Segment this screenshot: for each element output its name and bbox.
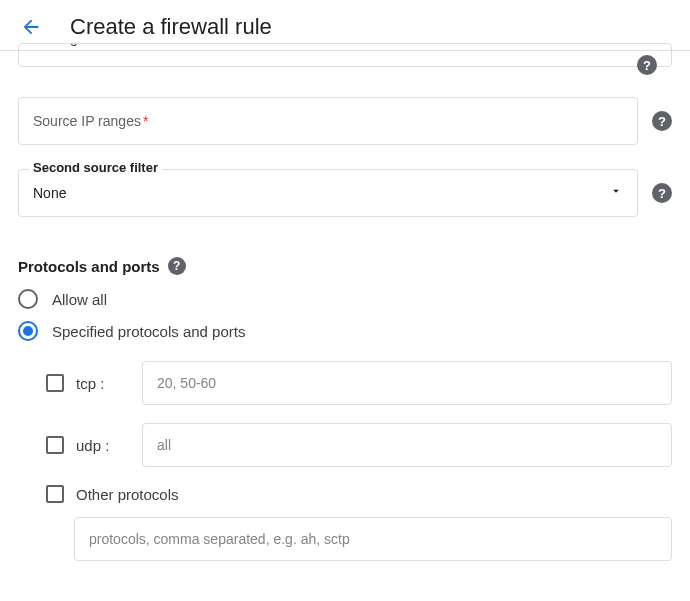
radio-allow-all-label: Allow all <box>52 291 107 308</box>
back-arrow-icon[interactable] <box>20 16 42 38</box>
other-protocols-label: Other protocols <box>76 486 179 503</box>
tcp-checkbox[interactable] <box>46 374 64 392</box>
udp-label: udp : <box>76 437 132 454</box>
udp-ports-input[interactable]: all <box>142 423 672 467</box>
radio-icon <box>18 289 38 309</box>
help-icon[interactable]: ? <box>637 55 657 75</box>
first-source-filter-value: IP ranges <box>33 43 93 46</box>
udp-checkbox[interactable] <box>46 436 64 454</box>
required-star: * <box>143 113 148 129</box>
other-protocols-checkbox[interactable] <box>46 485 64 503</box>
radio-specified-label: Specified protocols and ports <box>52 323 245 340</box>
second-source-filter-value: None <box>33 185 609 201</box>
protocols-radio-group: Allow all Specified protocols and ports <box>18 289 672 341</box>
other-protocols-row: Other protocols <box>46 485 672 503</box>
radio-icon <box>18 321 38 341</box>
page-title: Create a firewall rule <box>70 14 272 40</box>
tcp-label: tcp : <box>76 375 132 392</box>
tcp-ports-input[interactable]: 20, 50-60 <box>142 361 672 405</box>
protocols-ports-heading: Protocols and ports ? <box>18 257 672 275</box>
source-ip-ranges-row: Source IP ranges* ? <box>18 97 672 145</box>
radio-specified[interactable]: Specified protocols and ports <box>18 321 672 341</box>
second-source-filter-dropdown[interactable]: None <box>19 170 637 216</box>
other-protocols-input[interactable]: protocols, comma separated, e.g. ah, sct… <box>74 517 672 561</box>
source-ip-ranges-label: Source IP ranges* <box>33 113 148 129</box>
udp-row: udp : all <box>46 423 672 467</box>
specified-protocols-container: tcp : 20, 50-60 udp : all Other protocol… <box>18 361 672 561</box>
help-icon[interactable]: ? <box>168 257 186 275</box>
second-source-filter-field: Second source filter None <box>18 169 638 217</box>
radio-allow-all[interactable]: Allow all <box>18 289 672 309</box>
first-source-filter-dropdown[interactable]: IP ranges <box>18 43 672 67</box>
help-icon[interactable]: ? <box>652 111 672 131</box>
tcp-row: tcp : 20, 50-60 <box>46 361 672 405</box>
source-ip-ranges-input[interactable]: Source IP ranges* <box>18 97 638 145</box>
help-icon[interactable]: ? <box>652 183 672 203</box>
second-source-filter-legend: Second source filter <box>29 160 162 175</box>
chevron-down-icon <box>609 184 623 202</box>
